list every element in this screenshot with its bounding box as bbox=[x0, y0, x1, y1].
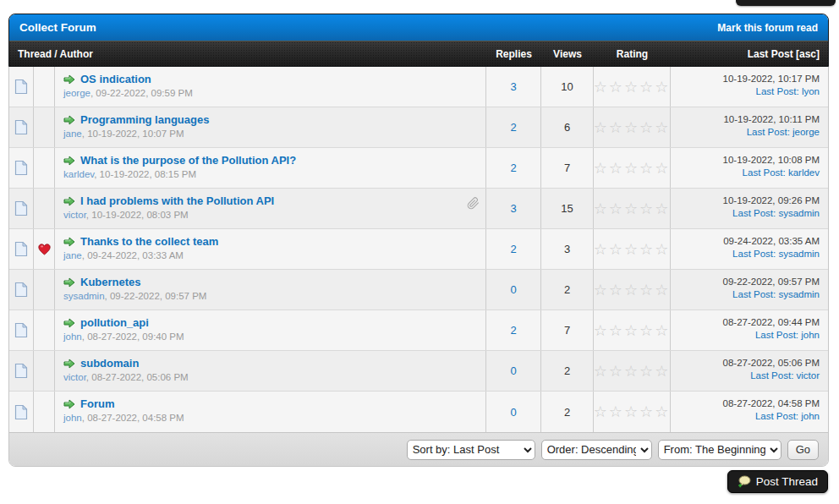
last-post-user-link[interactable]: Last Post: karldev bbox=[743, 167, 820, 178]
replies-count-link[interactable]: 0 bbox=[510, 406, 516, 419]
rating-stars[interactable]: ☆☆☆☆☆ bbox=[594, 323, 671, 338]
table-row: I had problems with the Pollution API vi… bbox=[9, 189, 828, 229]
thread-date: , 10-19-2022, 10:07 PM bbox=[82, 129, 184, 139]
replies-count-link[interactable]: 2 bbox=[510, 324, 516, 337]
thread-page-icon bbox=[14, 404, 28, 420]
replies-count-link[interactable]: 3 bbox=[510, 80, 516, 93]
last-post-date: 10-19-2022, 09:26 PM bbox=[671, 195, 820, 205]
thread-author-link[interactable]: jeorge bbox=[63, 88, 90, 98]
views-count: 15 bbox=[541, 189, 594, 228]
order-select[interactable]: Order: Descending bbox=[541, 440, 652, 460]
last-post-user-link[interactable]: Last Post: jeorge bbox=[747, 127, 820, 137]
thread-status-cell bbox=[9, 310, 34, 350]
thread-indicator-cell bbox=[34, 270, 55, 310]
thread-cell: subdomain victor, 08-27-2022, 05:06 PM bbox=[55, 351, 486, 391]
thread-title-link[interactable]: Kubernetes bbox=[80, 276, 141, 288]
go-button[interactable]: Go bbox=[787, 440, 819, 460]
thread-page-icon bbox=[14, 79, 28, 95]
goto-first-unread-icon[interactable] bbox=[63, 277, 75, 288]
thread-date: , 09-22-2022, 09:57 PM bbox=[105, 291, 207, 301]
column-last-post[interactable]: Last Post [asc] bbox=[671, 48, 828, 60]
rating-stars[interactable]: ☆☆☆☆☆ bbox=[594, 242, 671, 257]
rating-stars[interactable]: ☆☆☆☆☆ bbox=[594, 161, 671, 176]
thread-date: , 09-24-2022, 03:33 AM bbox=[82, 250, 184, 260]
sort-bar: Sort by: Last Post Order: Descending Fro… bbox=[9, 432, 828, 466]
goto-first-unread-icon[interactable] bbox=[63, 74, 75, 85]
thread-title-link[interactable]: pollution_api bbox=[80, 316, 149, 329]
replies-count-link[interactable]: 0 bbox=[510, 364, 516, 377]
thread-author-link[interactable]: sysadmin bbox=[63, 291, 105, 301]
goto-first-unread-icon[interactable] bbox=[63, 317, 75, 329]
thread-author-link[interactable]: john bbox=[63, 331, 82, 342]
table-row: Forum john, 08-27-2022, 04:58 PM 0 2 ☆☆☆… bbox=[9, 392, 828, 432]
thread-author-link[interactable]: karldev bbox=[63, 169, 94, 179]
last-post-user-link[interactable]: Last Post: lyon bbox=[756, 86, 820, 96]
forum-title: Collect Forum bbox=[19, 21, 96, 34]
last-post-date: 08-27-2022, 05:06 PM bbox=[671, 358, 820, 368]
column-rating[interactable]: Rating bbox=[594, 48, 671, 60]
last-post-user-link[interactable]: Last Post: john bbox=[755, 330, 820, 340]
thread-author-link[interactable]: victor bbox=[63, 372, 86, 382]
thread-status-cell bbox=[9, 189, 34, 228]
thread-page-icon bbox=[14, 322, 28, 338]
forum-header-cap: Collect Forum Mark this forum read Threa… bbox=[8, 14, 829, 67]
post-thread-button[interactable]: Post Thread bbox=[727, 470, 828, 493]
goto-first-unread-icon[interactable] bbox=[63, 195, 75, 207]
last-post-user-link[interactable]: Last Post: sysadmin bbox=[732, 289, 820, 299]
sort-by-select[interactable]: Sort by: Last Post bbox=[407, 440, 535, 460]
thread-date: , 09-22-2022, 09:59 PM bbox=[90, 88, 193, 98]
thread-author-link[interactable]: john bbox=[63, 413, 82, 423]
last-post-user-link[interactable]: Last Post: sysadmin bbox=[732, 208, 820, 218]
column-views[interactable]: Views bbox=[541, 48, 594, 60]
thread-cell: What is the purpose of the Pollution API… bbox=[55, 148, 486, 188]
thread-date: , 10-19-2022, 08:15 PM bbox=[94, 169, 196, 179]
thread-cell: I had problems with the Pollution API vi… bbox=[55, 189, 486, 228]
thread-cell: Programming languages jane, 10-19-2022, … bbox=[55, 107, 486, 147]
goto-first-unread-icon[interactable] bbox=[63, 398, 75, 410]
rating-stars[interactable]: ☆☆☆☆☆ bbox=[594, 120, 671, 135]
table-row: subdomain victor, 08-27-2022, 05:06 PM 0… bbox=[9, 351, 828, 392]
views-count: 7 bbox=[541, 310, 594, 350]
last-post-user-link[interactable]: Last Post: john bbox=[755, 411, 820, 421]
thread-title-link[interactable]: Programming languages bbox=[80, 113, 209, 126]
thread-title-link[interactable]: OS indication bbox=[80, 73, 151, 85]
thread-title-link[interactable]: I had problems with the Pollution API bbox=[80, 194, 274, 207]
goto-first-unread-icon[interactable] bbox=[63, 155, 75, 167]
replies-count-link[interactable]: 2 bbox=[510, 243, 516, 255]
last-post-user-link[interactable]: Last Post: victor bbox=[750, 370, 820, 381]
table-row: Kubernetes sysadmin, 09-22-2022, 09:57 P… bbox=[9, 270, 828, 310]
views-count: 2 bbox=[541, 270, 594, 310]
thread-title-link[interactable]: subdomain bbox=[80, 357, 139, 370]
column-replies[interactable]: Replies bbox=[486, 48, 541, 60]
thread-author-link[interactable]: victor bbox=[63, 210, 86, 220]
rating-stars[interactable]: ☆☆☆☆☆ bbox=[594, 282, 671, 298]
thread-title-link[interactable]: What is the purpose of the Pollution API… bbox=[80, 154, 296, 167]
replies-count-link[interactable]: 2 bbox=[510, 162, 516, 174]
last-post-user-link[interactable]: Last Post: sysadmin bbox=[732, 249, 820, 259]
table-row: pollution_api john, 08-27-2022, 09:40 PM… bbox=[9, 310, 828, 351]
mark-forum-read-link[interactable]: Mark this forum read bbox=[717, 22, 818, 34]
rating-stars[interactable]: ☆☆☆☆☆ bbox=[594, 79, 671, 95]
replies-count-link[interactable]: 3 bbox=[510, 202, 516, 215]
goto-first-unread-icon[interactable] bbox=[63, 358, 75, 370]
replies-count-link[interactable]: 2 bbox=[510, 121, 516, 134]
goto-first-unread-icon[interactable] bbox=[63, 114, 75, 126]
last-post-date: 08-27-2022, 04:58 PM bbox=[671, 398, 820, 408]
goto-first-unread-icon[interactable] bbox=[63, 236, 75, 248]
forum-title-bar: Collect Forum Mark this forum read bbox=[9, 14, 828, 41]
thread-title-link[interactable]: Thanks to the collect team bbox=[80, 235, 218, 248]
thread-status-cell bbox=[9, 270, 34, 310]
views-count: 2 bbox=[541, 392, 594, 432]
rating-stars[interactable]: ☆☆☆☆☆ bbox=[594, 201, 671, 216]
rating-stars[interactable]: ☆☆☆☆☆ bbox=[594, 404, 671, 419]
replies-count-link[interactable]: 0 bbox=[510, 283, 516, 296]
rating-stars[interactable]: ☆☆☆☆☆ bbox=[594, 364, 671, 379]
from-select[interactable]: From: The Beginning bbox=[658, 440, 781, 460]
column-thread-author[interactable]: Thread / Author bbox=[9, 48, 486, 60]
thread-author-link[interactable]: jane bbox=[63, 129, 82, 139]
table-row: What is the purpose of the Pollution API… bbox=[9, 148, 828, 189]
thread-author-link[interactable]: jane bbox=[63, 250, 82, 260]
new-thread-bubble-icon bbox=[738, 475, 751, 488]
thread-title-link[interactable]: Forum bbox=[80, 397, 114, 410]
top-post-thread-button-partial[interactable] bbox=[736, 0, 836, 6]
